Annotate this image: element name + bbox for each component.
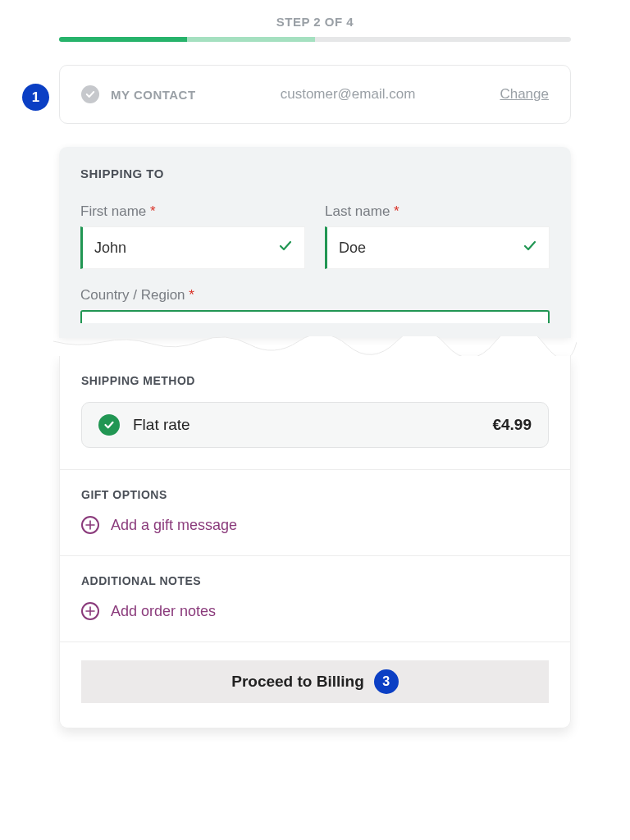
add-order-notes-label: Add order notes: [111, 603, 216, 620]
shipping-options-card: SHIPPING METHOD Flat rate €4.99 GIFT OPT…: [59, 356, 571, 728]
last-name-input[interactable]: [339, 240, 537, 257]
torn-divider: [53, 336, 577, 356]
shipping-method-title: SHIPPING METHOD: [81, 374, 549, 387]
country-field: Country / Region *: [80, 287, 550, 323]
gift-options-section: GIFT OPTIONS Add a gift message: [60, 470, 570, 556]
country-select[interactable]: [80, 310, 550, 323]
additional-notes-title: ADDITIONAL NOTES: [81, 574, 549, 587]
last-name-field: Last name *: [325, 203, 550, 269]
country-label: Country / Region *: [80, 287, 550, 304]
check-icon: [98, 414, 120, 436]
shipping-form-card: 2 SHIPPING TO First name * Last name *: [59, 147, 571, 338]
shipping-method-name: Flat rate: [133, 416, 190, 434]
contact-email: customer@email.com: [196, 86, 500, 103]
shipping-method-section: SHIPPING METHOD Flat rate €4.99: [60, 356, 570, 470]
add-gift-message-label: Add a gift message: [111, 517, 237, 534]
annotation-badge-1: 1: [22, 84, 49, 111]
plus-icon: [81, 602, 99, 620]
shipping-method-option[interactable]: Flat rate €4.99: [81, 402, 549, 448]
contact-summary-card: 1 MY CONTACT customer@email.com Change: [59, 65, 571, 124]
check-icon: [523, 239, 537, 257]
first-name-label: First name *: [80, 203, 305, 220]
proceed-label: Proceed to Billing: [231, 673, 364, 691]
plus-icon: [81, 516, 99, 534]
shipping-title: SHIPPING TO: [80, 167, 550, 180]
add-gift-message-link[interactable]: Add a gift message: [81, 516, 549, 534]
step-indicator: STEP 2 OF 4: [59, 15, 571, 29]
proceed-to-billing-button[interactable]: Proceed to Billing 3: [81, 660, 549, 703]
progress-bar: [59, 37, 571, 42]
shipping-method-price: €4.99: [492, 416, 532, 434]
first-name-input[interactable]: [94, 240, 293, 257]
last-name-label: Last name *: [325, 203, 550, 220]
add-order-notes-link[interactable]: Add order notes: [81, 602, 549, 620]
annotation-badge-3: 3: [374, 669, 399, 694]
gift-options-title: GIFT OPTIONS: [81, 488, 549, 501]
change-contact-link[interactable]: Change: [500, 86, 549, 103]
contact-title: MY CONTACT: [111, 88, 196, 102]
additional-notes-section: ADDITIONAL NOTES Add order notes: [60, 556, 570, 642]
first-name-field: First name *: [80, 203, 305, 269]
check-icon: [278, 239, 293, 257]
check-icon: [81, 85, 99, 103]
